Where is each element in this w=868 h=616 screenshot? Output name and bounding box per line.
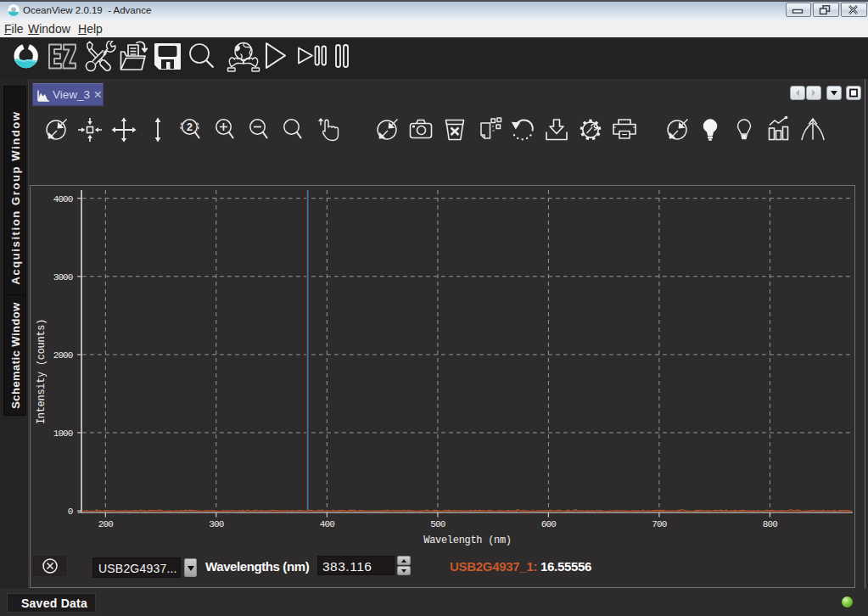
svg-text:0: 0 [68,507,73,517]
svg-text:400: 400 [320,519,334,529]
svg-text:500: 500 [430,519,445,529]
svg-text:300: 300 [209,519,223,529]
svg-text:3000: 3000 [53,272,73,283]
svg-text:Intensity (counts): Intensity (counts) [36,319,48,424]
svg-text:800: 800 [763,519,777,529]
svg-text:4000: 4000 [53,194,73,204]
svg-text:2000: 2000 [53,350,73,361]
svg-text:200: 200 [98,519,113,529]
svg-text:600: 600 [541,519,556,529]
svg-text:Wavelength (nm): Wavelength (nm) [423,535,512,546]
svg-text:2: 2 [187,121,193,133]
svg-text:700: 700 [652,519,666,529]
svg-text:1000: 1000 [53,428,73,439]
